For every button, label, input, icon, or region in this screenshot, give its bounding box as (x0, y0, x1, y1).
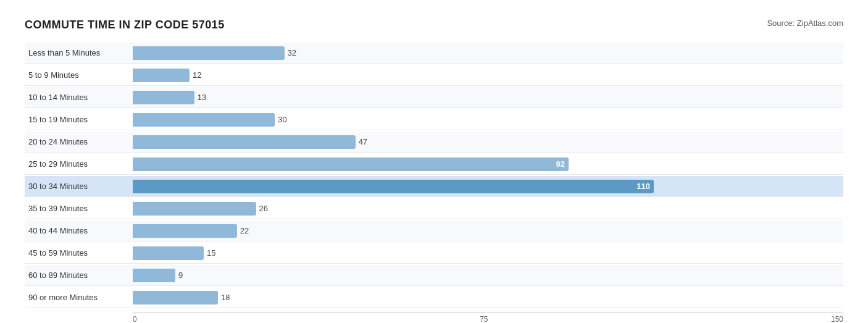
bar-row: 30 to 34 Minutes110 (25, 176, 843, 197)
bar-value-label: 30 (278, 115, 286, 124)
bar-area: 15 (133, 243, 843, 263)
chart-body: Less than 5 Minutes325 to 9 Minutes1210 … (25, 43, 843, 308)
axis-label: 0 (133, 315, 137, 323)
bar-area: 12 (133, 65, 843, 85)
bar-label: 10 to 14 Minutes (25, 93, 133, 102)
bar-label: 15 to 19 Minutes (25, 115, 133, 124)
bar-area: 92 (133, 154, 843, 174)
bar-row: Less than 5 Minutes32 (25, 43, 843, 64)
bar-row: 60 to 89 Minutes9 (25, 265, 843, 286)
bar-value-label: 18 (221, 293, 230, 302)
bar-row: 40 to 44 Minutes22 (25, 220, 843, 241)
chart-container: COMMUTE TIME IN ZIP CODE 57015 Source: Z… (12, 12, 856, 323)
axis-label: 75 (480, 315, 488, 323)
bar-label: 30 to 34 Minutes (25, 182, 133, 191)
axis-label: 150 (831, 315, 843, 323)
bar-label: 40 to 44 Minutes (25, 226, 133, 235)
bar: 13 (133, 91, 194, 104)
bar: 47 (133, 135, 356, 149)
bar-label: 45 to 59 Minutes (25, 248, 133, 258)
bar-label: 25 to 29 Minutes (25, 159, 133, 169)
bar-row: 45 to 59 Minutes15 (25, 243, 843, 264)
bar-value-label: 92 (556, 159, 564, 169)
bar-area: 30 (133, 109, 843, 130)
bar-area: 32 (133, 43, 843, 63)
chart-header: COMMUTE TIME IN ZIP CODE 57015 Source: Z… (25, 19, 843, 31)
bar: 15 (133, 246, 204, 260)
bar-label: 35 to 39 Minutes (25, 204, 133, 213)
axis-labels: 075150 (133, 312, 843, 323)
bar-area: 110 (133, 176, 843, 196)
bar: 18 (133, 291, 218, 304)
bar-value-label: 15 (207, 248, 215, 258)
bar: 30 (133, 113, 275, 127)
bar-area: 18 (133, 287, 843, 308)
bar-area: 9 (133, 265, 843, 285)
bar-row: 20 to 24 Minutes47 (25, 132, 843, 153)
bar-area: 22 (133, 220, 843, 241)
bar: 12 (133, 69, 190, 82)
bar: 22 (133, 224, 237, 238)
bar-value-label: 9 (178, 271, 183, 280)
bar-value-label: 26 (259, 204, 268, 213)
bar-value-label: 22 (240, 226, 249, 235)
bar: 92 (133, 157, 569, 171)
bar-area: 13 (133, 87, 843, 107)
bar: 26 (133, 202, 256, 216)
bar-value-label: 12 (193, 70, 201, 80)
chart-source: Source: ZipAtlas.com (767, 19, 843, 28)
bar-label: 90 or more Minutes (25, 293, 133, 302)
bar-value-label: 110 (636, 182, 650, 191)
bar-value-label: 47 (359, 137, 367, 146)
bar-value-label: 13 (198, 93, 206, 102)
bar-label: Less than 5 Minutes (25, 48, 133, 57)
bar-row: 90 or more Minutes18 (25, 287, 843, 308)
bar-row: 35 to 39 Minutes26 (25, 198, 843, 219)
bar-label: 60 to 89 Minutes (25, 271, 133, 280)
bar-row: 25 to 29 Minutes92 (25, 154, 843, 175)
bar-area: 47 (133, 132, 843, 152)
bar-label: 20 to 24 Minutes (25, 137, 133, 146)
bar: 9 (133, 269, 175, 282)
bar-row: 5 to 9 Minutes12 (25, 65, 843, 86)
bar: 32 (133, 46, 285, 60)
bar-row: 15 to 19 Minutes30 (25, 109, 843, 130)
bar-value-label: 32 (288, 48, 296, 57)
bar: 110 (133, 180, 654, 193)
chart-title: COMMUTE TIME IN ZIP CODE 57015 (25, 19, 225, 31)
axis-row: 075150 (25, 312, 843, 323)
bar-area: 26 (133, 198, 843, 219)
bar-label: 5 to 9 Minutes (25, 70, 133, 80)
bar-row: 10 to 14 Minutes13 (25, 87, 843, 108)
